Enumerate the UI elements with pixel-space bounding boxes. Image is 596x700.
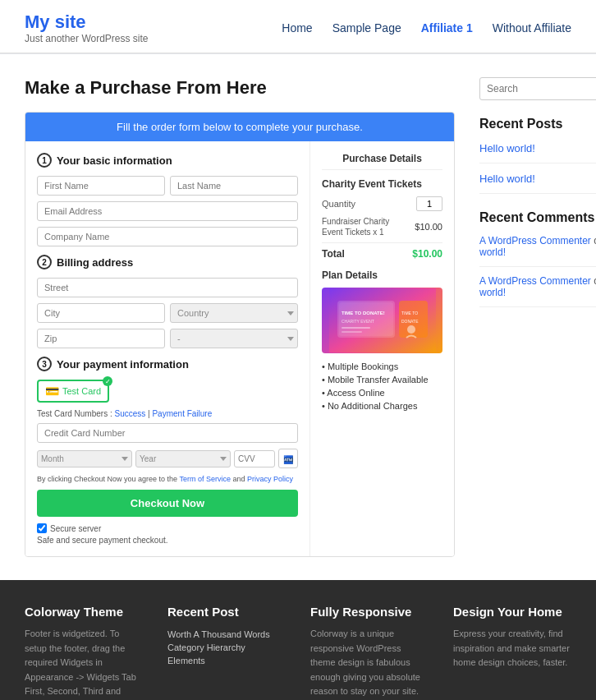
purchase-title: Purchase Details (322, 153, 442, 170)
quantity-label: Quantity (322, 199, 355, 209)
search-box: 🔍 (479, 77, 596, 100)
success-link[interactable]: Success (114, 409, 145, 418)
failure-link[interactable]: Payment Failure (152, 409, 212, 418)
street-input[interactable] (37, 278, 298, 297)
company-input[interactable] (37, 227, 298, 246)
item-label: Fundraiser Charity Event Tickets x 1 (322, 216, 404, 237)
country-select[interactable]: Country (170, 303, 298, 323)
last-name-input[interactable] (170, 176, 298, 196)
site-tagline: Just another WordPress site (25, 33, 149, 44)
zip-row: - (37, 329, 298, 348)
comment-1: A WordPress Commenter on Hello world! (479, 275, 596, 307)
step1-label: 1 Your basic information (37, 153, 298, 168)
zip-input[interactable] (37, 329, 165, 348)
details-section: Purchase Details Charity Event Tickets Q… (310, 141, 454, 556)
city-input[interactable] (37, 303, 165, 323)
checkout-button[interactable]: Checkout Now (37, 490, 298, 517)
total-amount: $10.00 (412, 248, 442, 260)
total-label: Total (322, 248, 345, 260)
feature-0: Multiple Bookings (322, 362, 442, 371)
commenter-0[interactable]: A WordPress Commenter (479, 235, 591, 246)
company-row (37, 227, 298, 246)
step3-label: 3 Your payment information (37, 357, 298, 371)
svg-text:TIME TO: TIME TO (401, 311, 418, 315)
test-card-nums: Test Card Numbers : Success | Payment Fa… (37, 409, 298, 418)
recent-comments-title: Recent Comments (479, 210, 596, 225)
search-input[interactable] (487, 83, 596, 94)
nav-sample-page[interactable]: Sample Page (332, 21, 401, 35)
svg-text:TIME TO DONATE!: TIME TO DONATE! (342, 311, 385, 315)
city-country-row: Country (37, 303, 298, 323)
post-link-0[interactable]: Hello world! (479, 142, 535, 154)
nav-affiliate1[interactable]: Affiliate 1 (421, 21, 473, 35)
content-area: Make a Purchase From Here Fill the order… (25, 77, 455, 557)
checkout-form-wrapper: Fill the order form below to complete yo… (25, 112, 455, 557)
state-select[interactable]: - (170, 329, 298, 348)
cc-number-input[interactable] (37, 423, 298, 443)
comments-section: Recent Comments A WordPress Commenter on… (479, 210, 596, 307)
footer-post-link-2[interactable]: Elements (167, 656, 205, 665)
step2-label: 2 Billing address (37, 255, 298, 269)
item-price: $10.00 (415, 222, 442, 232)
page-title: Make a Purchase From Here (25, 77, 455, 99)
svg-text:DONATE: DONATE (401, 319, 419, 324)
footer-col-0: Colorway Theme Footer is widgetized. To … (25, 605, 143, 700)
footer-col-3: Design Your Home Express your creativity… (453, 605, 571, 700)
nav-home[interactable]: Home (282, 21, 312, 35)
event-title: Charity Event Tickets (322, 178, 442, 190)
footer-col-3-title: Design Your Home (453, 605, 571, 619)
step1-num: 1 (37, 153, 52, 168)
sidebar-post-0: Hello world! (479, 141, 596, 163)
svg-text:CHARITY EVENT: CHARITY EVENT (342, 319, 374, 324)
cvv-input[interactable] (234, 450, 275, 467)
payment-row: Month Year 🏧 (37, 449, 298, 468)
quantity-row: Quantity (322, 196, 442, 211)
month-select[interactable]: Month (37, 450, 132, 467)
card-badge: 💳 Test Card ✓ (37, 380, 109, 403)
quantity-input[interactable] (416, 196, 442, 211)
footer-col-2-text: Colorway is a unique responsive WordPres… (310, 627, 429, 699)
post-link-1[interactable]: Hello world! (479, 173, 535, 185)
recent-posts-title: Recent Posts (479, 117, 596, 131)
svg-point-10 (407, 325, 415, 334)
feature-1: Mobile Transfer Available (322, 375, 442, 385)
secure-row: Secure server (37, 523, 298, 533)
footer-post-link-1[interactable]: Category Hierarchy (167, 642, 245, 652)
name-row (37, 176, 298, 196)
tos-link[interactable]: Term of Service (179, 475, 231, 483)
comment-0: A WordPress Commenter on Hello world! (479, 235, 596, 267)
nav-without-affiliate[interactable]: Without Affiliate (493, 21, 571, 35)
year-select[interactable]: Year (135, 450, 231, 467)
site-branding: My site Just another WordPress site (25, 12, 149, 44)
main-container: Make a Purchase From Here Fill the order… (0, 54, 596, 580)
street-row (37, 278, 298, 297)
sidebar: 🔍 Recent Posts Hello world! Hello world!… (479, 77, 596, 557)
main-nav: Home Sample Page Affiliate 1 Without Aff… (282, 21, 571, 35)
privacy-link[interactable]: Privacy Policy (247, 475, 293, 483)
secure-checkbox[interactable] (37, 523, 47, 533)
commenter-1[interactable]: A WordPress Commenter (479, 275, 591, 287)
site-header: My site Just another WordPress site Home… (0, 0, 596, 53)
step2-num: 2 (37, 255, 52, 269)
card-badge-label: Test Card (62, 386, 101, 396)
footer-col-2: Fully Responsive Colorway is a unique re… (310, 605, 429, 700)
footer-col-1-title: Recent Post (167, 605, 286, 619)
card-icon: 💳 (45, 385, 59, 398)
footer-col-0-text: Footer is widgetized. To setup the foote… (25, 627, 143, 700)
svg-rect-5 (342, 327, 370, 329)
email-input[interactable] (37, 201, 298, 221)
ticket-image: TIME TO DONATE! CHARITY EVENT TIME TO DO… (322, 288, 442, 353)
terms-text: By clicking Checkout Now you agree to th… (37, 475, 298, 483)
feature-2: Access Online (322, 388, 442, 398)
secure-label: Secure server (50, 524, 101, 533)
sidebar-post-1: Hello world! (479, 172, 596, 194)
item-price-row: Fundraiser Charity Event Tickets x 1 $10… (322, 216, 442, 237)
step3-num: 3 (37, 357, 52, 371)
first-name-input[interactable] (37, 176, 165, 196)
footer-post-link-0[interactable]: Worth A Thousand Words (167, 629, 270, 639)
footer-col-0-title: Colorway Theme (25, 605, 143, 619)
checkout-header-text: Fill the order form below to complete yo… (117, 121, 363, 133)
footer-col-3-text: Express your creativity, find inspiratio… (453, 627, 571, 670)
card-check-icon: ✓ (103, 376, 112, 386)
footer-col-2-title: Fully Responsive (310, 605, 429, 619)
